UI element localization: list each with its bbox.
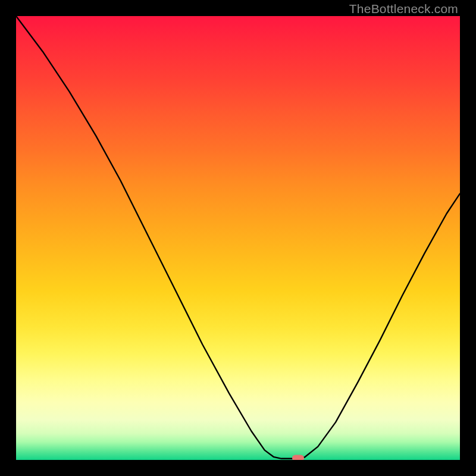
bottleneck-curve: [16, 16, 460, 460]
plot-area: [16, 16, 460, 460]
chart-frame: TheBottleneck.com: [0, 0, 476, 476]
watermark-text: TheBottleneck.com: [349, 2, 458, 16]
optimal-point-marker: [292, 455, 304, 460]
